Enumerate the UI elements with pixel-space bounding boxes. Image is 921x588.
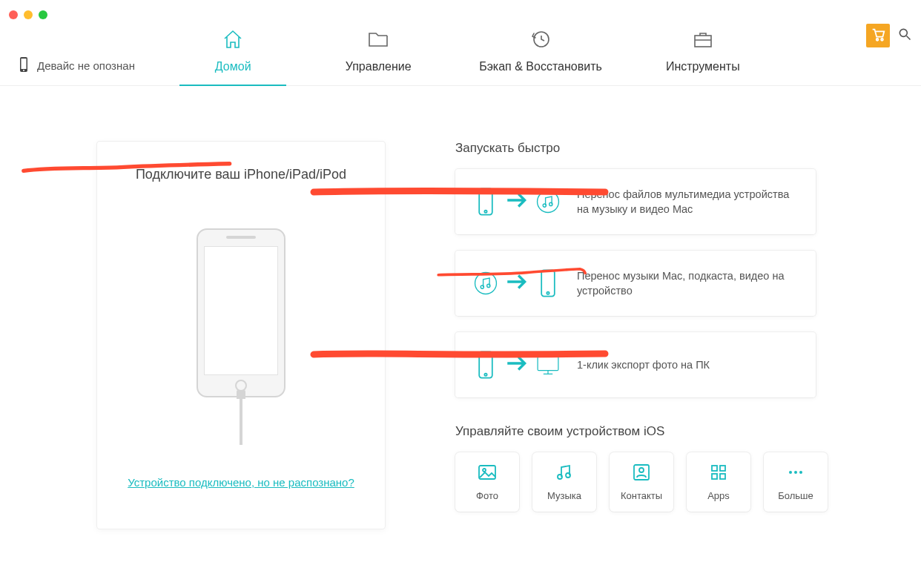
svg-point-15 <box>487 284 490 287</box>
manage-contacts-label: Контакты <box>621 490 662 501</box>
svg-point-13 <box>475 273 497 294</box>
svg-point-31 <box>789 471 792 474</box>
svg-point-9 <box>484 211 486 213</box>
connect-card: Подключите ваш iPhone/iPad/iPod Устройст… <box>96 141 386 529</box>
quick-card-media-to-mac[interactable]: Перенос файлов мультимедиа устройства на… <box>455 169 816 234</box>
manage-grid: Фото Музыка Контакты Apps Больше <box>455 452 877 512</box>
cable-icon <box>240 397 242 445</box>
nav-tools[interactable]: Инструменты <box>658 29 747 85</box>
manage-device-title: Управляйте своим устройством iOS <box>455 424 877 439</box>
minimize-window-button[interactable] <box>24 10 33 19</box>
svg-point-7 <box>899 29 907 36</box>
device-to-pc-icon <box>473 347 561 383</box>
cart-icon <box>870 26 886 45</box>
manage-apps[interactable]: Apps <box>687 452 750 512</box>
nav-manage[interactable]: Управление <box>334 29 423 85</box>
connect-title: Подключите ваш iPhone/iPad/iPod <box>136 167 346 182</box>
svg-point-32 <box>794 471 797 474</box>
manage-photo-label: Фото <box>476 490 498 501</box>
svg-point-11 <box>543 204 546 207</box>
device-to-music-icon <box>473 184 561 219</box>
svg-point-12 <box>549 202 552 205</box>
manage-more-label: Больше <box>778 490 813 501</box>
phone-icon <box>197 228 285 397</box>
phone-illustration <box>197 228 285 445</box>
nav-tools-label: Инструменты <box>666 60 740 73</box>
phone-small-icon <box>19 56 28 75</box>
home-icon <box>222 29 244 53</box>
svg-rect-21 <box>479 466 495 479</box>
maximize-window-button[interactable] <box>39 10 47 19</box>
topbar-right <box>866 24 912 47</box>
svg-point-10 <box>538 191 559 213</box>
device-status: Девайс не опознан <box>19 56 135 75</box>
toolbox-icon <box>692 29 714 53</box>
apps-icon <box>709 463 728 484</box>
manage-music-label: Музыка <box>547 490 581 501</box>
svg-point-2 <box>23 70 24 71</box>
music-icon <box>555 463 574 484</box>
quick-card-3-label: 1-клик экспорт фото на ПК <box>577 357 710 372</box>
window-controls <box>9 10 47 19</box>
music-to-device-icon <box>473 265 561 301</box>
nav-home-label: Домой <box>215 60 251 73</box>
svg-point-6 <box>881 39 883 41</box>
content: Подключите ваш iPhone/iPad/iPod Устройст… <box>0 86 921 529</box>
topbar: Девайс не опознан Домой Управление Бэкап… <box>0 0 921 86</box>
nav-backup-label: Бэкап & Восстановить <box>479 60 602 73</box>
manage-apps-label: Apps <box>707 490 730 501</box>
svg-point-14 <box>481 285 483 288</box>
device-not-recognized-link[interactable]: Устройство подключено, но не распознано? <box>128 476 354 489</box>
search-icon <box>897 31 912 44</box>
close-window-button[interactable] <box>9 10 18 19</box>
manage-more[interactable]: Больше <box>764 452 828 512</box>
quick-launch-title: Запускать быстро <box>455 141 877 156</box>
quick-card-export-photos[interactable]: 1-клик экспорт фото на ПК <box>455 332 816 397</box>
nav-backup[interactable]: Бэкап & Восстановить <box>479 29 602 85</box>
quick-card-mac-to-device[interactable]: Перенос музыки Mac, подкаста, видео на у… <box>455 251 816 316</box>
svg-rect-30 <box>720 474 725 479</box>
svg-rect-29 <box>712 474 717 479</box>
svg-rect-4 <box>695 36 711 47</box>
search-button[interactable] <box>897 27 912 44</box>
more-icon <box>786 463 805 484</box>
nav-home[interactable]: Домой <box>188 29 277 85</box>
svg-point-26 <box>639 468 644 472</box>
device-status-label: Девайс не опознан <box>37 59 135 72</box>
quick-card-2-label: Перенос музыки Mac, подкаста, видео на у… <box>577 268 798 299</box>
svg-point-5 <box>877 39 879 41</box>
svg-point-19 <box>484 374 486 376</box>
manage-photo[interactable]: Фото <box>455 452 519 512</box>
svg-point-33 <box>799 471 802 474</box>
photo-icon <box>478 463 497 484</box>
svg-point-17 <box>547 292 549 294</box>
svg-rect-28 <box>720 466 725 471</box>
restore-icon <box>529 29 552 53</box>
svg-rect-1 <box>22 59 27 69</box>
manage-music[interactable]: Музыка <box>532 452 596 512</box>
svg-rect-20 <box>538 357 558 371</box>
nav-manage-label: Управление <box>346 60 412 73</box>
right-column: Запускать быстро Перенос файлов мультиме… <box>455 141 877 529</box>
svg-rect-27 <box>712 466 717 471</box>
cart-button[interactable] <box>866 24 890 47</box>
main-nav: Домой Управление Бэкап & Восстановить Ин… <box>188 0 747 85</box>
contacts-icon <box>632 463 651 484</box>
manage-contacts[interactable]: Контакты <box>610 452 673 512</box>
svg-point-22 <box>483 469 486 472</box>
quick-card-1-label: Перенос файлов мультимедиа устройства на… <box>577 187 798 217</box>
folder-icon <box>367 29 389 53</box>
quick-launch-list: Перенос файлов мультимедиа устройства на… <box>455 169 877 397</box>
